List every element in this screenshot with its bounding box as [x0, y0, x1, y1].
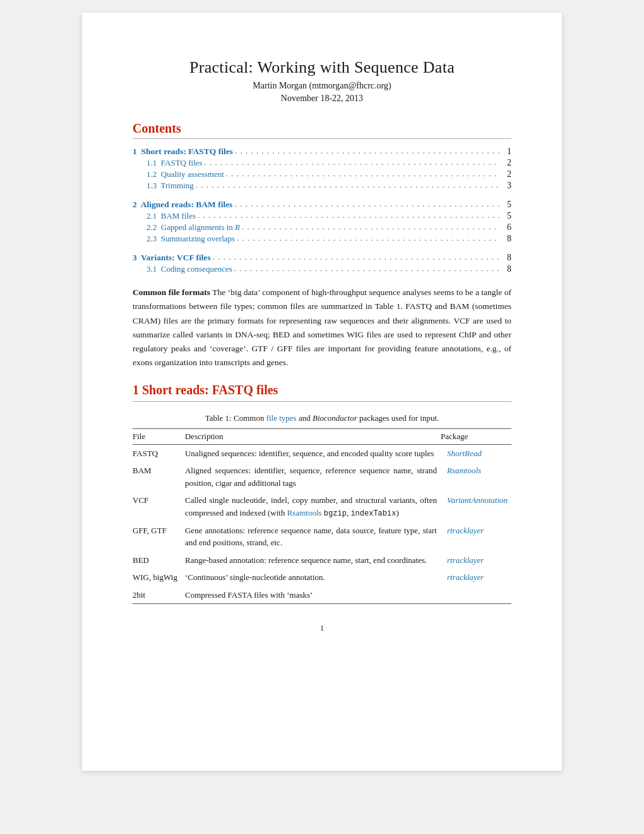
toc-sub-label-1-2: 1.2 Quality assessment	[133, 169, 224, 179]
table-row: 2bit Compressed FASTA files with ‘masks’	[133, 586, 511, 604]
toc-sub-1-3[interactable]: 1.3 Trimming 3	[133, 181, 511, 191]
toc-dots-1	[235, 146, 499, 156]
toc-dots-2	[234, 199, 499, 209]
toc-section-3: 3 Variants: VCF files 8 3.1 Coding conse…	[133, 253, 511, 274]
toc-sub-page-1-3: 3	[501, 181, 511, 191]
toc-page-1: 1	[501, 147, 511, 157]
pkg-bed[interactable]: rtracklayer	[441, 552, 511, 569]
pkg-wig[interactable]: rtracklayer	[441, 569, 511, 586]
toc-section-2: 2 Aligned reads: BAM files 5 2.1 BAM fil…	[133, 200, 511, 244]
desc-vcf: Called single nucleotide, indel, copy nu…	[185, 492, 441, 522]
toc-main-label-3: 3 Variants: VCF files	[133, 253, 211, 263]
toc-dots-sub-1-3	[196, 180, 499, 190]
pkg-2bit	[441, 586, 511, 604]
toc-sub-2-3[interactable]: 2.3 Summarizing overlaps 8	[133, 234, 511, 244]
section1-divider	[133, 401, 511, 402]
page-title: Practical: Working with Sequence Data	[133, 58, 511, 77]
desc-fastq: Unaligned sequences: identifier, sequenc…	[185, 444, 441, 462]
toc-section-1: 1 Short reads: FASTQ files 1 1.1 FASTQ f…	[133, 147, 511, 191]
pkg-fastq[interactable]: ShortRead	[441, 444, 511, 462]
file-bam: BAM	[133, 462, 185, 492]
table-row: BED Range-based annotation: reference se…	[133, 552, 511, 569]
toc-sub-page-2-2: 6	[501, 222, 511, 233]
pkg-gff[interactable]: rtracklayer	[441, 522, 511, 552]
toc-main-label-1: 1 Short reads: FASTQ files	[133, 147, 233, 157]
table-caption-mid: and	[297, 413, 313, 423]
toc-dots-sub-1-2	[226, 169, 499, 179]
body-bold-label: Common file formats	[133, 287, 210, 297]
desc-bam: Aligned sequences: identifier, sequence,…	[185, 462, 441, 492]
page-date: November 18-22, 2013	[133, 94, 511, 104]
col-file: File	[133, 428, 185, 444]
toc-dots-sub-1-1	[205, 157, 499, 167]
desc-bed: Range-based annotation: reference sequen…	[185, 552, 441, 569]
toc-sub-label-1-3: 1.3 Trimming	[133, 181, 194, 191]
table-row: VCF Called single nucleotide, indel, cop…	[133, 492, 511, 522]
toc-sub-label-2-1: 2.1 BAM files	[133, 211, 196, 221]
toc-sub-page-1-2: 2	[501, 169, 511, 179]
section1-heading: 1 Short reads: FASTQ files	[133, 383, 511, 397]
toc-sub-page-2-3: 8	[501, 234, 511, 244]
toc-main-label-2: 2 Aligned reads: BAM files	[133, 200, 232, 210]
toc-sub-label-2-2: 2.2 Gapped alignments in R	[133, 222, 240, 233]
toc-item-1[interactable]: 1 Short reads: FASTQ files 1	[133, 147, 511, 157]
col-desc: Description	[185, 428, 441, 444]
toc-item-2[interactable]: 2 Aligned reads: BAM files 5	[133, 200, 511, 210]
toc-sub-3-1[interactable]: 3.1 Coding consequences 8	[133, 264, 511, 274]
col-pkg: Package	[441, 428, 511, 444]
file-gff: GFF, GTF	[133, 522, 185, 552]
toc-divider	[133, 138, 511, 139]
desc-gff: Gene annotations: reference sequence nam…	[185, 522, 441, 552]
file-types-table: File Description Package FASTQ Unaligned…	[133, 428, 511, 605]
toc-sub-page-3-1: 8	[501, 264, 511, 274]
toc-sub-label-1-1: 1.1 FASTQ files	[133, 158, 203, 168]
toc-sub-2-2[interactable]: 2.2 Gapped alignments in R 6	[133, 222, 511, 233]
body-paragraph: Common file formats The ‘big data’ compo…	[133, 286, 511, 370]
table-caption-italic: Bioconductor	[313, 413, 357, 423]
toc-sub-page-2-1: 5	[501, 211, 511, 221]
body-text-content: The ‘big data’ component of high-through…	[133, 287, 511, 367]
table-row: BAM Aligned sequences: identifier, seque…	[133, 462, 511, 492]
file-bed: BED	[133, 552, 185, 569]
toc-page-3: 8	[501, 253, 511, 263]
toc-dots-3	[213, 252, 499, 262]
toc-sub-1-1[interactable]: 1.1 FASTQ files 2	[133, 158, 511, 168]
page-number: 1	[133, 623, 511, 633]
toc-sub-label-3-1: 3.1 Coding consequences	[133, 264, 232, 274]
table-caption-pre: Table 1: Common	[205, 413, 266, 423]
toc-item-3[interactable]: 3 Variants: VCF files 8	[133, 253, 511, 263]
page-author: Martin Morgan (mtmorgan@fhcrc.org)	[133, 81, 511, 91]
table-row: FASTQ Unaligned sequences: identifier, s…	[133, 444, 511, 462]
table-row: GFF, GTF Gene annotations: reference seq…	[133, 522, 511, 552]
table-caption-link[interactable]: file types	[266, 413, 297, 423]
toc-dots-sub-3-1	[234, 263, 499, 274]
file-wig: WIG, bigWig	[133, 569, 185, 586]
pkg-vcf[interactable]: VariantAnnotation	[441, 492, 511, 522]
desc-wig: ‘Continuous’ single-nucleotide annotatio…	[185, 569, 441, 586]
toc-dots-sub-2-3	[237, 233, 499, 243]
document-page: Practical: Working with Sequence Data Ma…	[82, 13, 562, 771]
file-fastq: FASTQ	[133, 444, 185, 462]
table-caption-post: packages used for input.	[357, 413, 439, 423]
toc-page-2: 5	[501, 200, 511, 210]
desc-2bit: Compressed FASTA files with ‘masks’	[185, 586, 441, 604]
toc-sub-page-1-1: 2	[501, 158, 511, 168]
rsamtools-link[interactable]: Rsamtools	[287, 508, 322, 517]
file-vcf: VCF	[133, 492, 185, 522]
file-2bit: 2bit	[133, 586, 185, 604]
toc-sub-1-2[interactable]: 1.2 Quality assessment 2	[133, 169, 511, 179]
pkg-bam[interactable]: Rsamtools	[441, 462, 511, 492]
toc-dots-sub-2-1	[198, 210, 499, 221]
table-body: FASTQ Unaligned sequences: identifier, s…	[133, 444, 511, 604]
toc-sub-2-1[interactable]: 2.1 BAM files 5	[133, 211, 511, 221]
table-header: File Description Package	[133, 428, 511, 444]
contents-heading: Contents	[133, 121, 511, 136]
table-caption: Table 1: Common file types and Bioconduc…	[133, 413, 511, 423]
table-row: WIG, bigWig ‘Continuous’ single-nucleoti…	[133, 569, 511, 586]
toc-dots-sub-2-2	[242, 222, 499, 232]
toc-sub-label-2-3: 2.3 Summarizing overlaps	[133, 234, 235, 244]
